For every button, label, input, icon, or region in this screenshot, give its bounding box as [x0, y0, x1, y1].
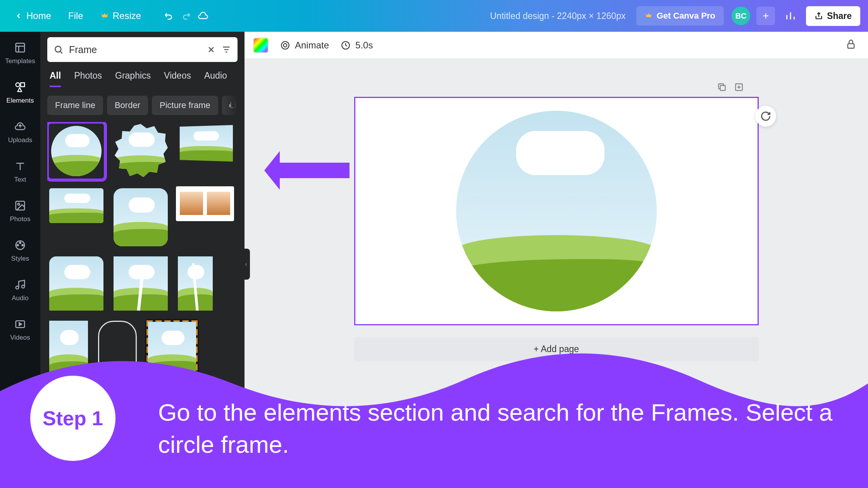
duplicate-page-icon[interactable] [717, 82, 727, 92]
chip[interactable]: Picture frame [152, 96, 218, 115]
clear-icon[interactable] [207, 45, 216, 54]
get-pro-button[interactable]: Get Canva Pro [636, 6, 724, 26]
frame-thumb[interactable] [176, 186, 234, 221]
chip[interactable]: Border [107, 96, 148, 115]
file-button[interactable]: File [61, 7, 90, 25]
rail-uploads[interactable]: Uploads [0, 118, 40, 146]
refresh-button[interactable] [755, 106, 776, 127]
frames-grid [47, 122, 238, 381]
svg-rect-0 [16, 43, 25, 52]
svg-point-7 [22, 244, 23, 246]
rail-videos[interactable]: Videos [0, 315, 40, 344]
redo-button[interactable] [179, 9, 193, 23]
top-toolbar: Home File Resize Untitled design - 2240p… [0, 0, 868, 32]
tab-all[interactable]: All [50, 70, 61, 87]
context-toolbar: Animate 5.0s [245, 32, 868, 59]
frame-thumb[interactable] [47, 254, 105, 313]
animate-icon [280, 40, 290, 50]
filter-tabs: All Photos Graphics Videos Audio [50, 70, 235, 87]
svg-rect-15 [720, 86, 725, 91]
tab-photos[interactable]: Photos [74, 70, 102, 87]
insights-button[interactable] [781, 7, 800, 25]
share-icon [815, 12, 823, 20]
home-button[interactable]: Home [8, 7, 58, 25]
add-page-icon[interactable] [734, 82, 744, 92]
frame-thumb[interactable] [176, 254, 215, 313]
svg-point-10 [55, 46, 61, 52]
panel-collapse-handle[interactable]: ‹ [242, 249, 250, 280]
clock-icon [341, 40, 351, 50]
animate-button[interactable]: Animate [280, 40, 329, 51]
rail-audio[interactable]: Audio [0, 276, 40, 304]
cloud-sync-icon[interactable] [196, 9, 210, 23]
rail-text[interactable]: Text [0, 157, 40, 186]
undo-button[interactable] [162, 9, 176, 23]
svg-rect-14 [848, 44, 854, 48]
circle-frame-element[interactable] [456, 111, 657, 311]
frame-thumb[interactable] [112, 254, 170, 313]
frame-thumb[interactable] [112, 186, 170, 248]
svg-rect-2 [21, 83, 24, 87]
rail-photos[interactable]: Photos [0, 197, 40, 225]
rail-elements[interactable]: Elements [0, 78, 40, 107]
tab-videos[interactable]: Videos [164, 70, 191, 87]
search-input[interactable] [69, 44, 201, 55]
share-button[interactable]: Share [806, 6, 860, 26]
lock-icon[interactable] [846, 39, 859, 53]
frame-circle-thumb[interactable] [47, 122, 105, 180]
crown-icon [100, 12, 109, 20]
svg-point-4 [18, 203, 20, 205]
home-label: Home [26, 10, 51, 21]
step-badge: Step 1 [30, 376, 115, 461]
rail-styles[interactable]: Styles [0, 236, 40, 265]
crown-icon [645, 12, 653, 20]
frame-thumb[interactable] [112, 122, 170, 180]
annotation-arrow [253, 143, 357, 199]
rail-templates[interactable]: Templates [0, 39, 40, 67]
suggestion-chips: Frame line Border Picture frame Li › [47, 96, 238, 115]
resize-button[interactable]: Resize [93, 7, 148, 25]
filter-icon[interactable] [221, 45, 231, 55]
chevron-left-icon [15, 12, 22, 20]
search-icon [53, 45, 64, 55]
caption-overlay: Step 1 Go to the elements section and se… [0, 345, 868, 488]
tab-graphics[interactable]: Graphics [115, 70, 151, 87]
tab-audio[interactable]: Audio [204, 70, 227, 87]
svg-point-8 [17, 244, 19, 246]
avatar[interactable]: BC [732, 7, 750, 25]
chip[interactable]: Frame line [47, 96, 103, 115]
color-swatch[interactable] [253, 38, 269, 53]
page-tools [717, 82, 744, 92]
svg-point-1 [16, 83, 20, 87]
svg-point-11 [281, 41, 289, 49]
svg-point-6 [19, 242, 21, 244]
document-title[interactable]: Untitled design - 868px × 488px [490, 11, 626, 21]
add-member-button[interactable]: + [756, 7, 775, 25]
frame-thumb[interactable] [176, 122, 234, 165]
svg-point-12 [284, 43, 287, 47]
search-box [47, 37, 238, 62]
design-canvas[interactable] [354, 97, 759, 325]
duration-button[interactable]: 5.0s [341, 40, 373, 51]
chips-next-button[interactable]: › [222, 96, 238, 115]
frame-thumb[interactable] [47, 186, 105, 225]
caption-text: Go to the elements section and search fo… [158, 396, 837, 461]
